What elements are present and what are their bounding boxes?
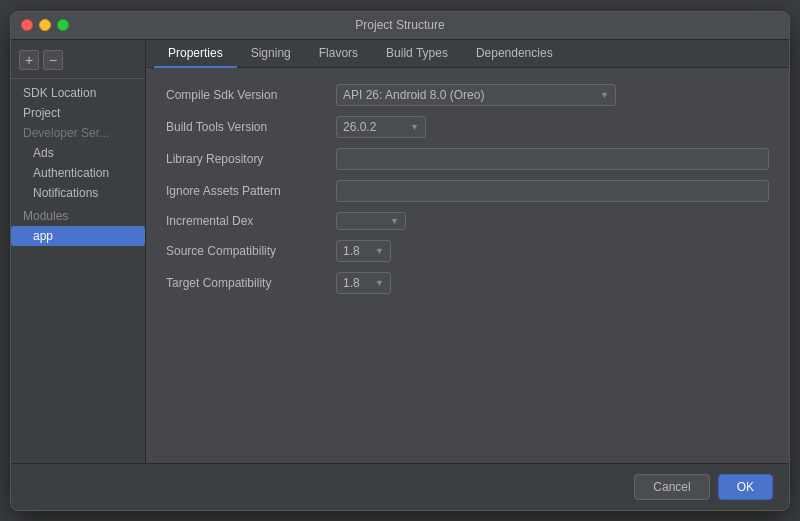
incremental-dex-chevron-icon: ▼	[390, 216, 399, 226]
window-title: Project Structure	[355, 18, 444, 32]
titlebar: Project Structure	[11, 12, 789, 40]
incremental-dex-row: Incremental Dex ▼	[166, 212, 769, 230]
ignore-assets-pattern-input[interactable]	[336, 180, 769, 202]
compile-sdk-version-control: API 26: Android 8.0 (Oreo) ▼	[336, 84, 769, 106]
incremental-dex-control: ▼	[336, 212, 769, 230]
target-compatibility-label: Target Compatibility	[166, 276, 336, 290]
build-tools-chevron-icon: ▼	[410, 122, 419, 132]
sidebar-toolbar: + −	[11, 46, 145, 79]
add-button[interactable]: +	[19, 50, 39, 70]
sidebar-modules-header: Modules	[11, 203, 145, 226]
properties-form: Compile Sdk Version API 26: Android 8.0 …	[146, 68, 789, 463]
tab-properties[interactable]: Properties	[154, 40, 237, 68]
ok-button[interactable]: OK	[718, 474, 773, 500]
library-repository-input[interactable]	[336, 148, 769, 170]
ignore-assets-pattern-label: Ignore Assets Pattern	[166, 184, 336, 198]
maximize-button[interactable]	[57, 19, 69, 31]
source-compatibility-row: Source Compatibility 1.8 ▼	[166, 240, 769, 262]
sidebar-item-app[interactable]: app	[11, 226, 145, 246]
tab-dependencies[interactable]: Dependencies	[462, 40, 567, 68]
source-compatibility-select[interactable]: 1.8 ▼	[336, 240, 391, 262]
tab-signing[interactable]: Signing	[237, 40, 305, 68]
tab-flavors[interactable]: Flavors	[305, 40, 372, 68]
library-repository-control	[336, 148, 769, 170]
compile-sdk-version-label: Compile Sdk Version	[166, 88, 336, 102]
sidebar-item-authentication[interactable]: Authentication	[11, 163, 145, 183]
tab-bar: Properties Signing Flavors Build Types D…	[146, 40, 789, 68]
build-tools-version-row: Build Tools Version 26.0.2 ▼	[166, 116, 769, 138]
source-compatibility-label: Source Compatibility	[166, 244, 336, 258]
library-repository-label: Library Repository	[166, 152, 336, 166]
main-content: + − SDK Location Project Developer Ser..…	[11, 40, 789, 463]
bottom-bar: Cancel OK	[11, 463, 789, 510]
compile-sdk-version-select[interactable]: API 26: Android 8.0 (Oreo) ▼	[336, 84, 616, 106]
compile-sdk-chevron-icon: ▼	[600, 90, 609, 100]
source-compat-chevron-icon: ▼	[375, 246, 384, 256]
remove-button[interactable]: −	[43, 50, 63, 70]
cancel-button[interactable]: Cancel	[634, 474, 709, 500]
compile-sdk-version-row: Compile Sdk Version API 26: Android 8.0 …	[166, 84, 769, 106]
project-structure-window: Project Structure + − SDK Location Proje…	[10, 11, 790, 511]
incremental-dex-label: Incremental Dex	[166, 214, 336, 228]
close-button[interactable]	[21, 19, 33, 31]
target-compat-chevron-icon: ▼	[375, 278, 384, 288]
sidebar-item-notifications[interactable]: Notifications	[11, 183, 145, 203]
minimize-button[interactable]	[39, 19, 51, 31]
build-tools-version-control: 26.0.2 ▼	[336, 116, 769, 138]
sidebar-item-sdk-location[interactable]: SDK Location	[11, 83, 145, 103]
main-panel: Properties Signing Flavors Build Types D…	[146, 40, 789, 463]
sidebar-item-developer-services[interactable]: Developer Ser...	[11, 123, 145, 143]
target-compatibility-control: 1.8 ▼	[336, 272, 769, 294]
source-compatibility-control: 1.8 ▼	[336, 240, 769, 262]
target-compatibility-row: Target Compatibility 1.8 ▼	[166, 272, 769, 294]
build-tools-version-select[interactable]: 26.0.2 ▼	[336, 116, 426, 138]
incremental-dex-select[interactable]: ▼	[336, 212, 406, 230]
tab-build-types[interactable]: Build Types	[372, 40, 462, 68]
target-compatibility-select[interactable]: 1.8 ▼	[336, 272, 391, 294]
ignore-assets-pattern-control	[336, 180, 769, 202]
sidebar-item-project[interactable]: Project	[11, 103, 145, 123]
sidebar-item-ads[interactable]: Ads	[11, 143, 145, 163]
library-repository-row: Library Repository	[166, 148, 769, 170]
ignore-assets-pattern-row: Ignore Assets Pattern	[166, 180, 769, 202]
build-tools-version-label: Build Tools Version	[166, 120, 336, 134]
sidebar: + − SDK Location Project Developer Ser..…	[11, 40, 146, 463]
window-controls	[21, 19, 69, 31]
